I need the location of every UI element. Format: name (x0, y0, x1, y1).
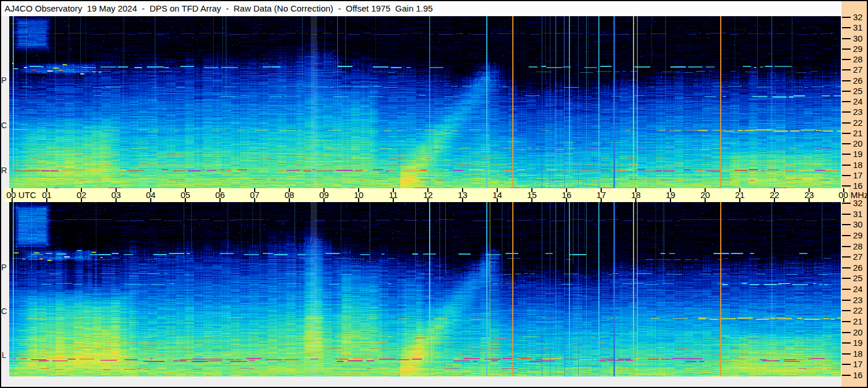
freq-tick (842, 154, 851, 155)
time-tick-label: 14 (493, 188, 502, 202)
freq-tick (842, 214, 851, 215)
freq-tick (842, 122, 851, 124)
time-tick-label: 23 (804, 188, 814, 202)
freq-tick (842, 375, 851, 376)
freq-tick (842, 364, 851, 365)
time-tick-label: 01 (42, 188, 52, 202)
freq-tick (842, 59, 851, 60)
freq-tick-label: 23 (853, 107, 866, 117)
freq-tick-label: 17 (853, 170, 866, 181)
freq-tick-label: 22 (853, 118, 866, 128)
freq-tick-label: 26 (853, 263, 866, 273)
time-tick-label: 00 UTC (6, 188, 36, 202)
freq-tick-label: 21 (853, 128, 866, 139)
time-tick-label: 07 (250, 188, 260, 202)
lcp-spectrogram (9, 202, 841, 376)
freq-tick (842, 38, 851, 39)
freq-tick-label: 19 (853, 338, 866, 348)
freq-tick-label: 20 (853, 327, 866, 338)
freq-tick (842, 235, 851, 236)
freq-tick (842, 101, 851, 102)
freq-tick (842, 91, 851, 92)
time-tick-label: 08 (285, 188, 295, 202)
freq-tick-label: 28 (853, 54, 866, 65)
time-tick-label: 06 (215, 188, 225, 202)
freq-tick (842, 224, 851, 225)
time-tick-label: 11 (389, 188, 398, 202)
time-axis: 00 UTC0102030405060708091011121314151617… (5, 188, 849, 202)
freq-tick (842, 289, 851, 290)
time-tick-label: 19 (666, 188, 676, 202)
freq-tick (842, 143, 851, 144)
freq-tick-label: 32 (853, 12, 866, 23)
freq-tick-label: 22 (853, 305, 866, 316)
time-tick-label: 15 (527, 188, 537, 202)
time-tick-label: 10 (354, 188, 364, 202)
time-tick-label: 02 (77, 188, 87, 202)
freq-tick (842, 48, 851, 50)
title-bar: AJ4CO Observatory 19 May 2024 - DPS on T… (1, 1, 841, 16)
freq-tick (842, 185, 851, 186)
time-tick-label: 13 (458, 188, 468, 202)
freq-tick-label: 16 (853, 370, 866, 380)
freq-tick-label: 31 (853, 23, 866, 33)
freq-tick (842, 111, 851, 113)
freq-tick-label: 30 (853, 33, 866, 44)
title-text: AJ4CO Observatory 19 May 2024 - DPS on T… (5, 1, 433, 16)
freq-tick (842, 310, 851, 311)
freq-tick (842, 342, 851, 344)
freq-tick-label: 25 (853, 86, 866, 96)
time-tick-label: 12 (423, 188, 433, 202)
freq-tick-label: 19 (853, 149, 866, 159)
freq-tick-label: 27 (853, 252, 866, 262)
freq-tick-label: 25 (853, 273, 866, 283)
time-tick-label: 09 (319, 188, 329, 202)
freq-tick (842, 300, 851, 301)
freq-tick-label: 21 (853, 316, 866, 327)
time-tick-label: 22 (770, 188, 780, 202)
time-axis-right-label: 00 MHz (839, 188, 868, 202)
freq-tick (842, 80, 851, 81)
freq-tick-label: 30 (853, 219, 866, 230)
freq-tick (842, 353, 851, 355)
freq-tick (842, 246, 851, 247)
freq-tick-label: 24 (853, 96, 866, 107)
freq-tick-label: 31 (853, 209, 866, 219)
time-tick-label: 21 (735, 188, 745, 202)
time-tick-label: 20 (701, 188, 710, 202)
freq-tick-label: 24 (853, 284, 866, 294)
time-tick-label: 05 (181, 188, 191, 202)
freq-tick-label: 29 (853, 44, 866, 54)
freq-tick-label: 26 (853, 76, 866, 86)
freq-tick-label: 23 (853, 295, 866, 305)
freq-tick (842, 175, 851, 176)
freq-tick (842, 27, 851, 28)
freq-tick-label: 18 (853, 160, 866, 170)
freq-tick (842, 278, 851, 279)
freq-tick-label: 27 (853, 65, 866, 75)
freq-tick (842, 165, 851, 166)
freq-tick (842, 332, 851, 333)
time-tick-label: 03 (111, 188, 121, 202)
freq-tick (842, 17, 851, 18)
freq-tick (842, 256, 851, 258)
freq-tick-label: 20 (853, 139, 866, 149)
freq-tick-label: 18 (853, 349, 866, 359)
time-tick-label: 17 (597, 188, 606, 202)
freq-tick (842, 69, 851, 70)
rcp-spectrogram (9, 16, 841, 188)
freq-tick (842, 203, 851, 204)
time-tick-label: 16 (562, 188, 572, 202)
lcp-panel-label: PCL (1, 263, 9, 388)
freq-tick-label: 28 (853, 241, 866, 252)
observatory-spectrogram-window: AJ4CO Observatory 19 May 2024 - DPS on T… (0, 0, 868, 388)
freq-tick (842, 267, 851, 268)
time-tick-label: 04 (146, 188, 156, 202)
freq-tick-label: 17 (853, 359, 866, 370)
freq-tick-label: 29 (853, 230, 866, 241)
freq-tick (842, 133, 851, 134)
freq-tick (842, 321, 851, 322)
time-tick-label: 18 (631, 188, 641, 202)
rcp-panel-label: PCR (1, 76, 9, 211)
